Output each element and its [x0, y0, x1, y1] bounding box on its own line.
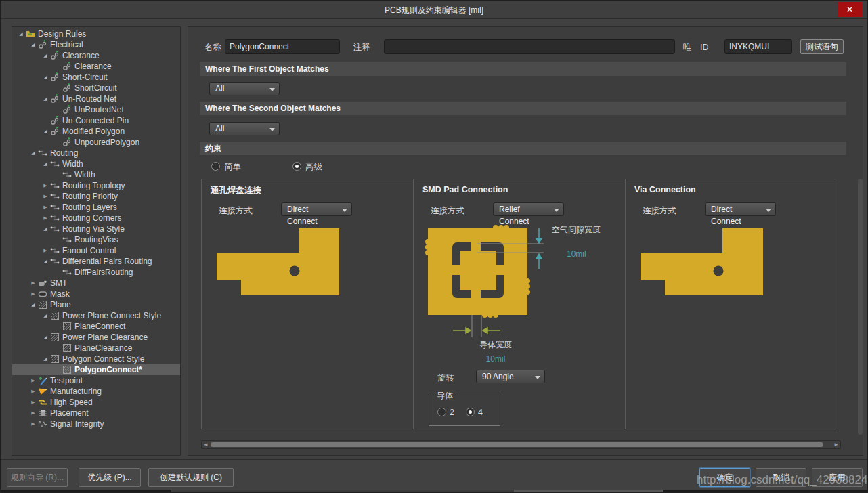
tree-expanded-icon[interactable]: ◢ — [41, 93, 50, 104]
tree-collapsed-icon[interactable]: ▶ — [28, 397, 38, 408]
first-match-dropdown[interactable]: All — [209, 82, 280, 95]
tree-expanded-icon[interactable]: ◢ — [41, 158, 50, 169]
tree-item-routing-topology[interactable]: ▶Routing Topology — [12, 180, 180, 191]
close-button[interactable]: ✕ — [838, 2, 862, 17]
tree-item-design-rules[interactable]: ◢Design Rules — [12, 28, 180, 39]
conductors-4-radio[interactable] — [466, 408, 475, 416]
tree-collapsed-icon[interactable]: ▶ — [28, 375, 38, 386]
create-default-rules-button[interactable]: 创建默认规则 (C) — [148, 468, 234, 487]
tree-item-label: Polygon Connect Style — [61, 353, 144, 364]
tree-item-high-speed[interactable]: ▶High Speed — [12, 397, 180, 408]
through-hole-connect-dropdown[interactable]: Direct Connect — [281, 202, 352, 216]
tree-item-power-plane-clearance[interactable]: ◢Power Plane Clearance — [12, 332, 180, 343]
cancel-button[interactable]: 取消 — [756, 468, 806, 487]
pad-hole — [290, 266, 300, 276]
tree-item-routing-priority[interactable]: ▶Routing Priority — [12, 191, 180, 202]
tree-item-clearance[interactable]: ◢Clearance — [12, 50, 180, 61]
tree-collapsed-icon[interactable]: ▶ — [28, 419, 38, 429]
tree-item-width[interactable]: Width — [12, 169, 180, 180]
tree-item-label: High Speed — [49, 397, 93, 408]
tree-item-shortcircuit[interactable]: ShortCircuit — [12, 83, 180, 93]
scroll-right-icon[interactable]: ► — [832, 441, 840, 448]
tree-item-unroutednet[interactable]: UnRoutedNet — [12, 104, 180, 115]
tree-item-width[interactable]: ◢Width — [12, 158, 180, 169]
horizontal-scrollbar-thumb[interactable] — [211, 442, 823, 447]
tree-expanded-icon[interactable]: ◢ — [41, 310, 50, 321]
tree-collapsed-icon[interactable]: ▶ — [28, 288, 38, 299]
tree-item-un-routed-net[interactable]: ◢Un-Routed Net — [12, 93, 180, 104]
tree-item-un-connected-pin[interactable]: Un-Connected Pin — [12, 115, 180, 126]
tree-collapsed-icon[interactable]: ▶ — [28, 278, 38, 288]
simple-radio[interactable] — [211, 162, 220, 171]
apply-button[interactable]: 应用 — [812, 468, 863, 487]
via-connect-dropdown[interactable]: Direct Connect — [705, 202, 776, 216]
tree-expanded-icon[interactable]: ◢ — [28, 39, 38, 50]
tree-item-smt[interactable]: ▶SMT — [12, 278, 180, 288]
comment-input[interactable] — [384, 39, 675, 54]
second-match-dropdown[interactable]: All — [209, 122, 280, 135]
tree-item-electrical[interactable]: ◢Electrical — [12, 39, 180, 50]
tree-item-fanout-control[interactable]: ▶Fanout Control — [12, 245, 180, 256]
tree-expanded-icon[interactable]: ◢ — [41, 50, 50, 61]
scroll-left-icon[interactable]: ◄ — [202, 441, 210, 448]
tree-item-unpouredpolygon[interactable]: UnpouredPolygon — [12, 137, 180, 148]
tree-item-short-circuit[interactable]: ◢Short-Circuit — [12, 72, 180, 83]
tree-item-planeclearance[interactable]: PlaneClearance — [12, 343, 180, 353]
smd-connect-dropdown[interactable]: Relief Connect — [493, 202, 564, 216]
tree-item-placement[interactable]: ▶Placement — [12, 408, 180, 419]
pcb-rules-dialog: PCB规则及约束编辑器 [mil] ✕ ◢Design Rules◢Electr… — [0, 0, 868, 493]
tree-expanded-icon[interactable]: ◢ — [41, 126, 50, 137]
tree-item-routing[interactable]: ◢Routing — [12, 148, 180, 158]
tree-expanded-icon[interactable]: ◢ — [28, 299, 38, 310]
horizontal-scrollbar[interactable]: ◄ ► — [201, 440, 841, 449]
tree-item-power-plane-connect-style[interactable]: ◢Power Plane Connect Style — [12, 310, 180, 321]
tree-item-signal-integrity[interactable]: ▶Signal Integrity — [12, 419, 180, 429]
vertical-scrollbar[interactable] — [858, 179, 863, 435]
close-icon: ✕ — [846, 5, 853, 14]
unique-id-input[interactable] — [724, 39, 792, 54]
tree-item-routing-via-style[interactable]: ◢Routing Via Style — [12, 223, 180, 234]
tree-collapsed-icon[interactable]: ▶ — [41, 202, 50, 213]
tree-item-differential-pairs-routing[interactable]: ◢Differential Pairs Routing — [12, 256, 180, 267]
tree-collapsed-icon[interactable]: ▶ — [41, 213, 50, 223]
tree-expanded-icon[interactable]: ◢ — [41, 332, 50, 343]
rule-wizard-button[interactable]: 规则向导 (R)... — [7, 468, 68, 487]
tree-expanded-icon[interactable]: ◢ — [41, 353, 50, 364]
tree-item-diffpairsrouting[interactable]: DiffPairsRouting — [12, 267, 180, 278]
tree-collapsed-icon[interactable]: ▶ — [28, 408, 38, 419]
tree-expanded-icon[interactable]: ◢ — [28, 148, 38, 158]
tree-item-polygonconnect-[interactable]: PolygonConnect* — [12, 364, 180, 375]
tree-expanded-icon[interactable]: ◢ — [41, 223, 50, 234]
tree-expanded-icon[interactable]: ◢ — [41, 72, 50, 83]
tree-collapsed-icon[interactable]: ▶ — [28, 386, 38, 397]
tree-item-manufacturing[interactable]: ▶Manufacturing — [12, 386, 180, 397]
tree-item-plane[interactable]: ◢Plane — [12, 299, 180, 310]
routing-rule-icon — [50, 159, 61, 169]
name-input[interactable] — [225, 39, 340, 54]
highspeed-rule-icon — [38, 398, 49, 407]
tree-item-testpoint[interactable]: ▶Testpoint — [12, 375, 180, 386]
rotation-dropdown[interactable]: 90 Angle — [476, 370, 545, 383]
electrical-rule-icon — [50, 94, 61, 104]
priorities-button[interactable]: 优先级 (P)... — [79, 468, 141, 487]
ok-button[interactable]: 确定 — [699, 468, 750, 487]
tree-collapsed-icon[interactable]: ▶ — [41, 180, 50, 191]
tree-expanded-icon[interactable]: ◢ — [41, 256, 50, 267]
tree-expanded-icon[interactable]: ◢ — [16, 28, 26, 39]
tree-item-label: Testpoint — [49, 375, 83, 386]
tree-item-routing-layers[interactable]: ▶Routing Layers — [12, 202, 180, 213]
tree-collapsed-icon[interactable]: ▶ — [41, 191, 50, 202]
tree-item-mask[interactable]: ▶Mask — [12, 288, 180, 299]
advanced-radio[interactable] — [292, 162, 301, 171]
plane-rule-icon — [38, 300, 49, 309]
via-hole — [714, 266, 724, 276]
tree-collapsed-icon[interactable]: ▶ — [41, 245, 50, 256]
tree-item-planeconnect[interactable]: PlaneConnect — [12, 321, 180, 332]
tree-item-routingvias[interactable]: RoutingVias — [12, 234, 180, 245]
tree-item-polygon-connect-style[interactable]: ◢Polygon Connect Style — [12, 353, 180, 364]
tree-item-routing-corners[interactable]: ▶Routing Corners — [12, 213, 180, 223]
test-queries-button[interactable]: 测试语句 — [800, 39, 844, 54]
tree-item-modified-polygon[interactable]: ◢Modified Polygon — [12, 126, 180, 137]
tree-item-clearance[interactable]: Clearance — [12, 61, 180, 72]
conductors-2-radio[interactable] — [437, 408, 446, 416]
